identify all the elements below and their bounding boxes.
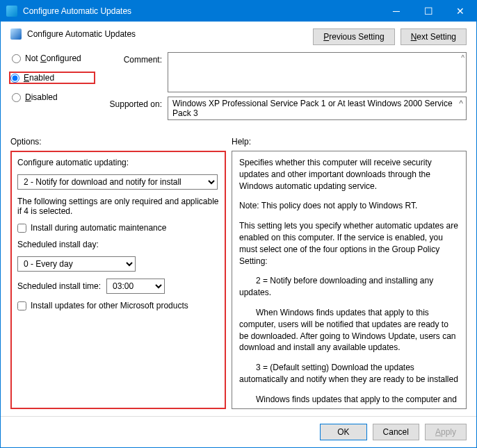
help-heading: Help: — [232, 137, 251, 147]
help-text: Note: This policy does not apply to Wind… — [239, 200, 459, 212]
maximize-button[interactable]: ☐ — [412, 1, 444, 22]
previous-setting-button[interactable]: Previous Setting — [313, 28, 394, 45]
cancel-button[interactable]: Cancel — [373, 424, 419, 440]
help-text: Specifies whether this computer will rec… — [239, 157, 459, 192]
settings-icon — [10, 28, 22, 40]
radio-disabled[interactable]: Disabled — [10, 91, 94, 103]
next-setting-button[interactable]: Next Setting — [401, 28, 467, 45]
install-day-label: Scheduled install day: — [17, 240, 219, 249]
comment-label: Comment: — [99, 52, 162, 65]
window-title: Configure Automatic Updates — [23, 6, 380, 16]
install-maintenance-label: Install during automatic maintenance — [31, 223, 166, 233]
install-maintenance-checkbox[interactable]: Install during automatic maintenance — [17, 223, 219, 233]
install-day-select[interactable]: 0 - Every day — [17, 256, 136, 272]
install-other-products-label: Install updates for other Microsoft prod… — [31, 301, 188, 310]
window-icon — [6, 6, 17, 17]
radio-not-configured[interactable]: Not Configured — [10, 52, 94, 65]
close-button[interactable]: ✕ — [444, 1, 476, 22]
supported-on-box: Windows XP Professional Service Pack 1 o… — [168, 97, 467, 120]
install-time-select[interactable]: 03:00 — [106, 279, 165, 294]
install-other-products-checkbox[interactable]: Install updates for other Microsoft prod… — [17, 301, 219, 310]
options-panel: Configure automatic updating: 2 - Notify… — [10, 151, 226, 409]
supported-label: Supported on: — [99, 97, 162, 109]
radio-disabled-input[interactable] — [12, 93, 21, 102]
help-text: This setting lets you specify whether au… — [239, 220, 459, 267]
help-text: When Windows finds updates that apply to… — [239, 307, 459, 354]
radio-not-configured-input[interactable] — [12, 54, 21, 63]
radio-enabled[interactable]: Enabled — [9, 72, 95, 84]
comment-textbox[interactable]: ^ — [168, 52, 467, 92]
options-heading: Options: — [10, 137, 232, 147]
help-text: Windows finds updates that apply to the … — [239, 394, 459, 406]
install-other-products-input[interactable] — [17, 301, 26, 310]
page-title: Configure Automatic Updates — [27, 29, 136, 39]
configure-updating-select[interactable]: 2 - Notify for download and notify for i… — [17, 174, 218, 190]
help-text: 2 = Notify before downloading and instal… — [239, 275, 459, 299]
ok-button[interactable]: OK — [320, 424, 366, 440]
options-note: The following settings are only required… — [17, 197, 219, 216]
help-panel[interactable]: Specifies whether this computer will rec… — [232, 151, 467, 409]
minimize-button[interactable]: ─ — [380, 1, 412, 22]
scroll-up-icon: ^ — [461, 54, 464, 62]
apply-button[interactable]: Apply — [425, 424, 467, 440]
install-time-label: Scheduled install time: — [17, 281, 101, 291]
help-text: 3 = (Default setting) Download the updat… — [239, 362, 459, 385]
radio-enabled-input[interactable] — [10, 74, 19, 83]
scroll-up-icon: ^ — [459, 99, 463, 108]
install-maintenance-input[interactable] — [17, 224, 26, 233]
configure-updating-label: Configure automatic updating: — [17, 158, 219, 167]
supported-on-text: Windows XP Professional Service Pack 1 o… — [172, 99, 462, 118]
